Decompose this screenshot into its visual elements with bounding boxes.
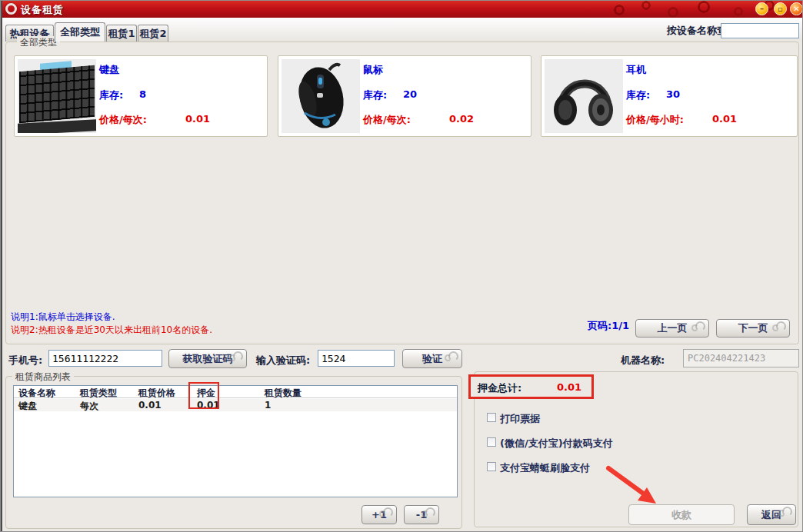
deposit-total-value: 0.01 [557,381,581,393]
price-label: 价格/每小时: [626,114,684,125]
phone-input[interactable] [48,350,162,367]
rental-items-table[interactable]: 设备名称 租赁类型 租赁价格 押金 租赁数量 键盘 每次 0.01 0.01 1 [13,385,458,497]
price-line: 价格/每次: 0.01 [99,113,147,127]
col-quantity: 租赁数量 [265,387,302,400]
price-line: 价格/每小时: 0.01 [626,113,684,127]
stock-label: 库存: [626,89,650,101]
checkbox-icon[interactable] [487,413,496,422]
stock-line: 库存: 20 [363,88,387,102]
cell-rental-price: 0.01 [138,400,162,411]
stock-value: 20 [403,88,417,100]
stock-label: 库存: [363,89,387,101]
all-types-groupbox: 全部类型 键盘 库存: 8 价格/每次: 0.01 [5,42,799,344]
search-input[interactable] [721,23,799,38]
quantity-plus-button[interactable]: +1 [362,505,397,524]
price-value: 0.01 [712,113,737,125]
stock-value: 30 [666,88,680,100]
all-types-group-title: 全部类型 [17,36,60,49]
col-deposit: 押金 [197,387,215,400]
quantity-minus-button[interactable]: -1 [404,505,439,524]
col-rental-type: 租赁类型 [80,387,117,400]
machine-name-value: PC202404221423 [683,349,799,367]
prev-page-button[interactable]: 上一页 [635,319,709,337]
code-input[interactable] [318,350,395,367]
minimize-button[interactable]: – [755,2,768,15]
col-device-name: 设备名称 [18,387,55,400]
deposit-total-label: 押金总计: [478,381,521,395]
swirl-ornament-icon [445,351,458,361]
tab-rental1[interactable]: 租赁1 [106,25,137,42]
cell-quantity: 1 [265,400,271,411]
cell-device-name: 键盘 [18,400,37,413]
get-code-button[interactable]: 获取验证码 [168,349,247,368]
verify-button[interactable]: 验证 [402,349,462,368]
window-frame-edge [1,1,2,532]
stock-value: 8 [139,88,146,100]
cell-rental-type: 每次 [80,400,98,413]
note-2: 说明2:热租设备是近30天以来出租前10名的设备. [11,324,212,337]
swirl-ornament-icon [772,321,786,331]
tab-all-types[interactable]: 全部类型 [55,22,105,42]
price-label: 价格/每次: [363,114,411,125]
product-name: 鼠标 [363,63,383,77]
table-header: 设备名称 租赁类型 租赁价格 押金 租赁数量 [14,386,457,398]
checkbox-icon[interactable] [487,437,496,447]
stock-label: 库存: [99,89,123,101]
col-rental-price: 租赁价格 [138,387,175,400]
table-row[interactable]: 键盘 每次 0.01 0.01 1 [14,399,457,411]
product-card-headphones[interactable]: 耳机 库存: 30 价格/每小时: 0.01 [541,55,798,137]
code-label: 输入验证码: [256,354,310,367]
keyboard-image [18,59,96,133]
machine-name-label: 机器名称: [621,354,665,367]
product-card-keyboard[interactable]: 键盘 库存: 8 价格/每次: 0.01 [14,55,268,137]
tab-rental2[interactable]: 租赁2 [138,25,168,42]
collect-payment-button[interactable]: 收款 [628,504,735,525]
close-button[interactable]: ✕ [790,2,803,15]
phone-label: 手机号: [8,354,42,367]
back-button[interactable]: 返回 [747,504,796,525]
headphones-image [545,59,623,133]
product-card-mouse[interactable]: 鼠标 库存: 20 价格/每次: 0.02 [278,55,531,137]
window-title: 设备租赁 [21,3,64,17]
price-value: 0.02 [449,113,474,125]
price-value: 0.01 [185,113,210,125]
note-1: 说明1:鼠标单击选择设备. [11,311,115,324]
app-icon [5,3,17,15]
cell-deposit: 0.01 [197,400,220,411]
page-indicator: 页码:1/1 [588,319,629,333]
rental-list-groupbox: 租赁商品列表 设备名称 租赁类型 租赁价格 押金 租赁数量 键盘 每次 0.01… [5,376,462,529]
checkbox-icon[interactable] [487,462,496,471]
equipment-rental-window: 设备租赁 – ▫ ✕ 热租设备 全部类型 租赁1 租赁2 按设备名称查找: 全部… [0,0,803,532]
next-page-button[interactable]: 下一页 [716,319,790,337]
maximize-button[interactable]: ▫ [774,2,787,15]
stock-line: 库存: 30 [626,88,650,102]
product-name: 耳机 [626,63,646,77]
price-line: 价格/每次: 0.02 [363,113,411,127]
product-name: 键盘 [99,63,119,77]
deposit-total-highlight: 押金总计: 0.01 [468,374,594,399]
rental-list-group-title: 租赁商品列表 [12,371,74,384]
swirl-ornament-icon [691,321,705,331]
price-label: 价格/每次: [99,114,147,125]
titlebar: 设备租赁 [1,1,803,18]
mouse-image [282,59,360,133]
stock-line: 库存: 8 [99,88,123,102]
